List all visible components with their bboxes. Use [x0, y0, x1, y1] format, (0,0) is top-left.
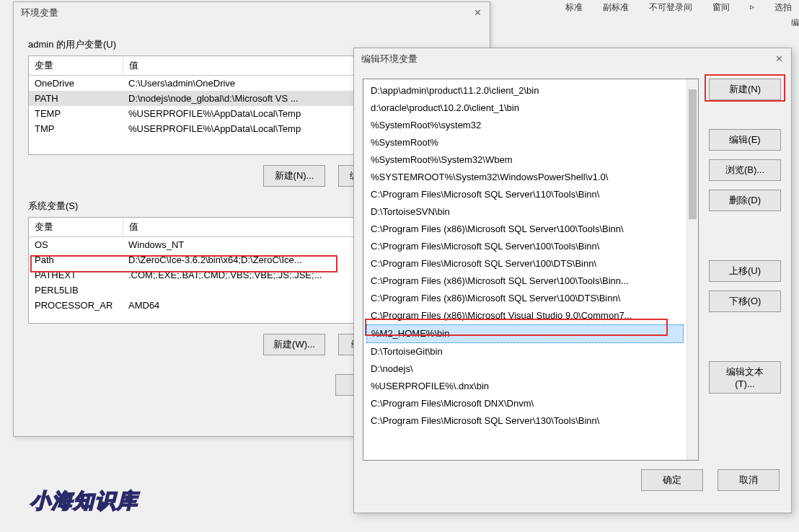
path-list-item[interactable]: %SYSTEMROOT%\System32\WindowsPowerShell\…: [366, 169, 684, 186]
new-sys-var-button[interactable]: 新建(W)...: [263, 334, 325, 355]
path-list-item[interactable]: C:\Program Files (x86)\Microsoft SQL Ser…: [366, 221, 684, 238]
toolbar-item[interactable]: 窗间: [712, 0, 730, 14]
ok-button[interactable]: 确定: [641, 469, 703, 491]
path-list-item[interactable]: D:\nodejs\: [366, 360, 684, 378]
path-list-item[interactable]: d:\oracle\product\10.2.0\client_1\bin: [366, 99, 684, 117]
cancel-button[interactable]: 取消: [718, 469, 780, 491]
dialog-titlebar: 编辑环境变量 ✕: [354, 48, 791, 70]
side-label: 编: [791, 17, 799, 28]
path-list-item[interactable]: C:\Program Files\Microsoft SQL Server\10…: [366, 238, 684, 255]
app-toolbar: 标准 副标准 不可登录间 窗间 ▹ 选拍: [565, 0, 799, 14]
edit-env-var-dialog: 编辑环境变量 ✕ D:\app\admin\product\11.2.0\cli…: [353, 48, 792, 513]
menu-hint: 选拍: [774, 0, 792, 14]
path-list-item[interactable]: %SystemRoot%\system32: [366, 117, 684, 134]
path-listbox[interactable]: D:\app\admin\product\11.2.0\client_2\bin…: [363, 79, 699, 461]
path-list-item[interactable]: %SystemRoot%: [366, 134, 684, 151]
new-user-var-button[interactable]: 新建(N)...: [263, 165, 325, 187]
toolbar-item[interactable]: 不可登录间: [649, 0, 692, 14]
close-icon[interactable]: ✕: [472, 8, 482, 18]
path-list-item[interactable]: C:\Program Files (x86)\Microsoft SQL Ser…: [366, 290, 684, 307]
path-list-item[interactable]: C:\Program Files (x86)\Microsoft Visual …: [366, 307, 684, 324]
dialog-title: 编辑环境变量: [361, 53, 418, 66]
edit-text-button[interactable]: 编辑文本(T)...: [709, 361, 781, 394]
col-header-var: 变量: [29, 56, 123, 76]
col-header-var: 变量: [29, 218, 123, 237]
toolbar-item[interactable]: 副标准: [603, 0, 629, 14]
path-list-item[interactable]: %M2_HOME%\bin: [366, 324, 684, 343]
close-icon[interactable]: ✕: [774, 54, 784, 64]
delete-path-button[interactable]: 删除(D): [709, 190, 781, 211]
path-list-item[interactable]: %USERPROFILE%\.dnx\bin: [366, 378, 684, 395]
edit-path-button[interactable]: 编辑(E): [709, 129, 781, 151]
move-down-button[interactable]: 下移(O): [709, 291, 781, 312]
scrollbar[interactable]: [687, 79, 698, 460]
browse-path-button[interactable]: 浏览(B)...: [709, 159, 781, 181]
move-up-button[interactable]: 上移(U): [709, 260, 781, 282]
path-list-item[interactable]: C:\Program Files\Microsoft DNX\Dnvm\: [366, 395, 684, 412]
dialog-title: 环境变量: [21, 6, 58, 19]
path-list-item[interactable]: D:\TortoiseGit\bin: [366, 343, 684, 360]
path-list-item[interactable]: C:\Program Files\Microsoft SQL Server\11…: [366, 186, 684, 203]
toolbar-item[interactable]: 标准: [565, 0, 583, 14]
path-list-item[interactable]: %SystemRoot%\System32\Wbem: [366, 151, 684, 169]
path-list-item[interactable]: C:\Program Files\Microsoft SQL Server\10…: [366, 255, 684, 272]
path-list-item[interactable]: D:\app\admin\product\11.2.0\client_2\bin: [366, 82, 684, 99]
path-list-item[interactable]: C:\Program Files (x86)\Microsoft SQL Ser…: [366, 272, 684, 290]
cursor-icon: ▹: [750, 0, 754, 14]
new-path-button[interactable]: 新建(N): [709, 79, 781, 100]
path-list-item[interactable]: C:\Program Files\Microsoft SQL Server\13…: [366, 412, 684, 430]
dialog-titlebar: 环境变量 ✕: [14, 2, 490, 24]
watermark-text: 小海知识库: [30, 487, 138, 515]
path-list-item[interactable]: D:\TortoiseSVN\bin: [366, 203, 684, 221]
